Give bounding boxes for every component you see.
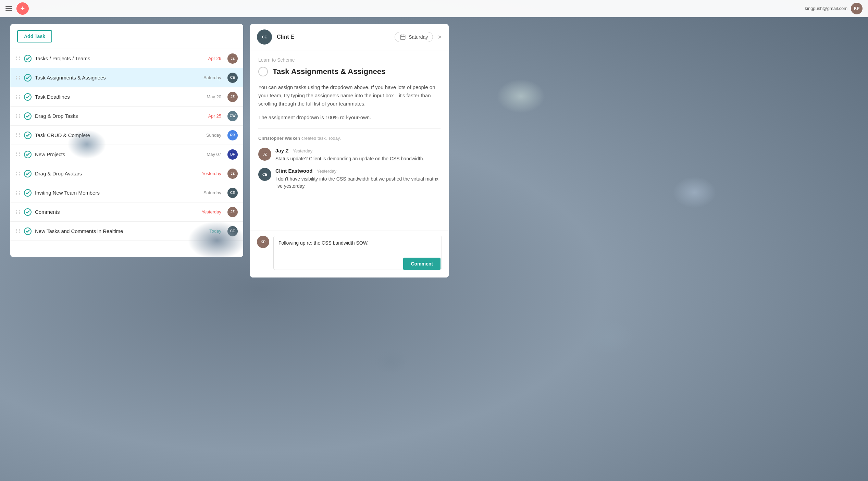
assignee-name: Clint E [277,34,390,40]
user-avatar-initials: KP [854,6,860,11]
task-avatar-initials: JZ [227,53,238,64]
add-task-button[interactable]: Add Task [17,30,52,42]
task-item[interactable]: New Projects May 07 BF [10,145,243,164]
task-name: New Tasks and Comments in Realtime [35,228,194,234]
task-checkbox[interactable] [24,227,32,235]
task-avatar: CE [227,188,238,198]
task-name: Drag & Drop Tasks [35,113,194,119]
task-avatar: CE [227,73,238,83]
drag-handle[interactable] [16,152,21,156]
task-avatar: JZ [227,207,238,217]
task-date: Sunday [197,133,221,138]
task-checkbox[interactable] [24,151,32,158]
created-info: Christopher Walken created task. Today. [258,136,441,141]
task-checkbox[interactable] [24,55,32,62]
comment-avatar: JZ [258,148,271,161]
close-detail-button[interactable]: × [438,33,442,41]
task-item[interactable]: Drag & Drop Avatars Yesterday JZ [10,164,243,183]
main-layout: Add Task Tasks / Projects / Teams Apr 26… [0,0,868,481]
task-name: Task CRUD & Complete [35,132,194,138]
user-email: kingpush@gmail.com [805,6,847,11]
comment-item: JZ Jay Z Yesterday Status update? Client… [258,148,441,162]
task-avatar-initials: JZ [227,92,238,102]
comment-input-area: KP Comment [250,231,449,278]
date-badge[interactable]: Saturday [395,32,433,42]
task-date: Apr 25 [197,113,221,119]
drag-handle[interactable] [16,76,21,79]
comment-submit-button[interactable]: Comment [403,258,441,270]
drag-handle[interactable] [16,133,21,137]
created-by: Christopher Walken [258,136,300,141]
detail-assignee-avatar-initials: CE [257,29,272,45]
task-item[interactable]: Task Assignments & Assignees Saturday CE [10,68,243,87]
task-checkbox[interactable] [24,170,32,177]
task-checkbox[interactable] [24,189,32,197]
task-date: May 07 [197,152,221,157]
task-item[interactable]: Comments Yesterday JZ [10,202,243,222]
comment-time: Yesterday [293,148,312,153]
global-add-button[interactable]: + [16,2,29,15]
task-date: Yesterday [197,209,221,214]
drag-handle[interactable] [16,172,21,175]
detail-divider [258,128,441,129]
comment-avatar-initials: CE [258,168,271,181]
comment-author: Clint Eastwood [275,168,312,174]
task-item[interactable]: New Tasks and Comments in Realtime Today… [10,222,243,241]
task-avatar: JZ [227,53,238,64]
task-name: Tasks / Projects / Teams [35,56,194,61]
current-user-avatar: KP [257,236,269,248]
task-avatar: RR [227,130,238,140]
drag-handle[interactable] [16,210,21,214]
task-date: Today [197,229,221,234]
drag-handle[interactable] [16,229,21,233]
hamburger-menu-icon[interactable] [5,6,12,11]
task-checkbox[interactable] [24,208,32,216]
task-avatar: BF [227,149,238,160]
calendar-icon [400,34,406,40]
comment-text: I don't have visibility into the CSS ban… [275,175,441,190]
task-avatar: GW [227,111,238,121]
task-date: Yesterday [197,171,221,176]
comment-time: Yesterday [317,169,336,174]
task-item[interactable]: Task CRUD & Complete Sunday RR [10,126,243,145]
task-name: Task Deadlines [35,94,194,100]
task-name: Drag & Drop Avatars [35,171,194,176]
task-date: Saturday [197,75,221,80]
task-description-2: The assignment dropdown is 100% roll-you… [258,113,441,122]
task-detail-title: Task Assignments & Assignees [273,67,385,76]
task-date: Apr 26 [197,56,221,61]
task-avatar-initials: JZ [227,169,238,179]
task-avatar-initials: RR [227,130,238,140]
task-title-checkbox[interactable] [258,67,268,76]
task-checkbox[interactable] [24,74,32,82]
task-item[interactable]: Tasks / Projects / Teams Apr 26 JZ [10,49,243,68]
task-item[interactable]: Inviting New Team Members Saturday CE [10,183,243,202]
drag-handle[interactable] [16,114,21,118]
drag-handle[interactable] [16,95,21,99]
drag-handle[interactable] [16,57,21,60]
task-avatar-initials: JZ [227,207,238,217]
created-time: created task. Today. [301,136,341,141]
task-date: Saturday [197,190,221,195]
task-avatar-initials: BF [227,149,238,160]
task-item[interactable]: Task Deadlines May 20 JZ [10,87,243,107]
user-avatar[interactable]: KP [851,3,863,14]
task-checkbox[interactable] [24,93,32,101]
task-avatar-initials: CE [227,73,238,83]
task-avatar: JZ [227,92,238,102]
comment-content: Jay Z Yesterday Status update? Client is… [275,148,441,162]
task-panel: Add Task Tasks / Projects / Teams Apr 26… [10,24,243,257]
topbar-left: + [5,2,29,15]
detail-date-label: Saturday [409,34,428,40]
task-checkbox[interactable] [24,132,32,139]
comment-text: Status update? Client is demanding an up… [275,155,441,162]
task-checkbox[interactable] [24,112,32,120]
project-label: Learn to Scheme [258,57,441,63]
topbar-right: kingpush@gmail.com KP [805,3,863,14]
task-name: Comments [35,209,194,215]
drag-handle[interactable] [16,191,21,195]
current-user-avatar-initials: KP [257,236,269,248]
task-item[interactable]: Drag & Drop Tasks Apr 25 GW [10,107,243,126]
comment-content: Clint Eastwood Yesterday I don't have vi… [275,168,441,190]
task-avatar-initials: GW [227,111,238,121]
